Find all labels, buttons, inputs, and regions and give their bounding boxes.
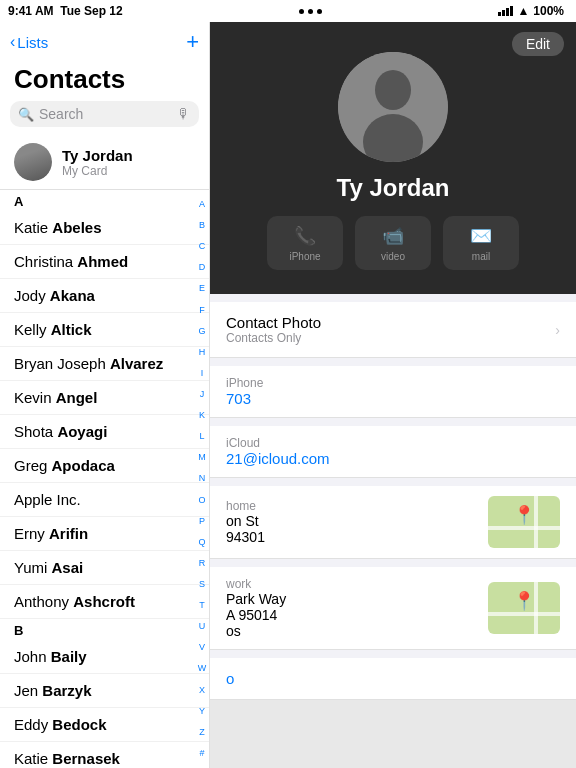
spacer [210, 559, 576, 567]
chevron-left-icon: ‹ [10, 33, 15, 51]
svg-point-1 [375, 70, 411, 110]
mic-icon: 🎙 [177, 106, 191, 122]
address1-line2: 94301 [226, 529, 478, 545]
mail-icon: ✉️ [470, 225, 492, 247]
email-label: iCloud [226, 436, 560, 450]
my-card-subtitle: My Card [62, 164, 133, 178]
avatar [14, 143, 52, 181]
page-title: Contacts [0, 62, 209, 101]
spacer [210, 294, 576, 302]
spacer [210, 418, 576, 426]
contact-photo-row[interactable]: Contact Photo Contacts Only › [210, 302, 576, 358]
list-item[interactable]: Apple Inc. [0, 483, 209, 517]
my-card-name: Ty Jordan [62, 147, 133, 164]
status-dots [299, 9, 322, 14]
list-item[interactable]: Jody Akana [0, 279, 209, 313]
address-row-1[interactable]: home on St 94301 📍 [210, 486, 576, 559]
battery-indicator: 100% [533, 4, 564, 18]
contacts-list-panel: ‹ Lists + Contacts 🔍 Search 🎙 Ty Jordan … [0, 22, 210, 768]
list-item[interactable]: John Baily [0, 640, 209, 674]
spacer [210, 478, 576, 486]
section-header-b: B [0, 619, 209, 640]
list-item[interactable]: Kelly Altick [0, 313, 209, 347]
back-button[interactable]: ‹ Lists [10, 33, 48, 51]
call-label: iPhone [289, 251, 320, 262]
list-item[interactable]: Katie Bernasek [0, 742, 209, 768]
mail-label: mail [472, 251, 490, 262]
spacer [210, 358, 576, 366]
list-item[interactable]: Erny Arifin [0, 517, 209, 551]
list-item[interactable]: Shota Aoyagi [0, 415, 209, 449]
address1-label: home [226, 499, 478, 513]
add-contact-button[interactable]: + [186, 31, 199, 53]
more-row[interactable]: o [210, 658, 576, 700]
section-header-a: A [0, 190, 209, 211]
list-item[interactable]: Bryan Joseph Alvarez [0, 347, 209, 381]
signal-icon [498, 6, 513, 16]
wifi-icon: ▲ [517, 4, 529, 18]
address2-label: work [226, 577, 478, 591]
phone-row[interactable]: iPhone 703 [210, 366, 576, 418]
my-card[interactable]: Ty Jordan My Card [0, 135, 209, 190]
more-label: o [226, 670, 234, 687]
profile-avatar [338, 52, 448, 162]
address2-line3: os [226, 623, 478, 639]
action-buttons: 📞 iPhone 📹 video ✉️ mail [267, 216, 519, 270]
spacer [210, 650, 576, 658]
address2-line2: A 95014 [226, 607, 478, 623]
index-scrubber[interactable]: A B C D E F G H I J K L M N O P Q R S T [195, 190, 209, 768]
contact-list: A Katie Abeles Christina Ahmed Jody Akan… [0, 190, 209, 768]
email-value: 21@icloud.com [226, 450, 560, 467]
list-item[interactable]: Christina Ahmed [0, 245, 209, 279]
map-pin-icon: 📍 [513, 504, 535, 526]
phone-label: iPhone [226, 376, 560, 390]
search-bar[interactable]: 🔍 Search 🎙 [10, 101, 199, 127]
email-row[interactable]: iCloud 21@icloud.com [210, 426, 576, 478]
contact-detail-panel: Edit Ty Jordan 📞 iPhone 📹 [210, 22, 576, 768]
list-item[interactable]: Anthony Ashcroft [0, 585, 209, 619]
mail-button[interactable]: ✉️ mail [443, 216, 519, 270]
nav-bar: ‹ Lists + [0, 22, 209, 62]
video-button[interactable]: 📹 video [355, 216, 431, 270]
search-input[interactable]: Search [39, 106, 172, 122]
address1-line1: on St [226, 513, 478, 529]
chevron-right-icon: › [555, 322, 560, 338]
map-thumbnail-1[interactable]: 📍 [488, 496, 560, 548]
status-indicators: ▲ 100% [498, 4, 564, 18]
status-bar: 9:41 AM Tue Sep 12 ▲ 100% [0, 0, 576, 22]
contact-photo-title: Contact Photo [226, 314, 321, 331]
video-label: video [381, 251, 405, 262]
contact-full-name: Ty Jordan [337, 174, 450, 202]
list-item[interactable]: Kevin Angel [0, 381, 209, 415]
contact-photo-sub: Contacts Only [226, 331, 321, 345]
status-time-date: 9:41 AM Tue Sep 12 [8, 4, 123, 18]
map-pin-icon-2: 📍 [513, 590, 535, 612]
call-button[interactable]: 📞 iPhone [267, 216, 343, 270]
list-item[interactable]: Katie Abeles [0, 211, 209, 245]
profile-header: Edit Ty Jordan 📞 iPhone 📹 [210, 22, 576, 294]
address2-line1: Park Way [226, 591, 478, 607]
search-icon: 🔍 [18, 107, 34, 122]
list-item[interactable]: Greg Apodaca [0, 449, 209, 483]
edit-button[interactable]: Edit [512, 32, 564, 56]
map-thumbnail-2[interactable]: 📍 [488, 582, 560, 634]
list-item[interactable]: Jen Barzyk [0, 674, 209, 708]
back-label: Lists [17, 34, 48, 51]
address-row-2[interactable]: work Park Way A 95014 os 📍 [210, 567, 576, 650]
phone-value: 703 [226, 390, 560, 407]
list-item[interactable]: Eddy Bedock [0, 708, 209, 742]
video-icon: 📹 [382, 225, 404, 247]
phone-icon: 📞 [294, 225, 316, 247]
list-item[interactable]: Yumi Asai [0, 551, 209, 585]
